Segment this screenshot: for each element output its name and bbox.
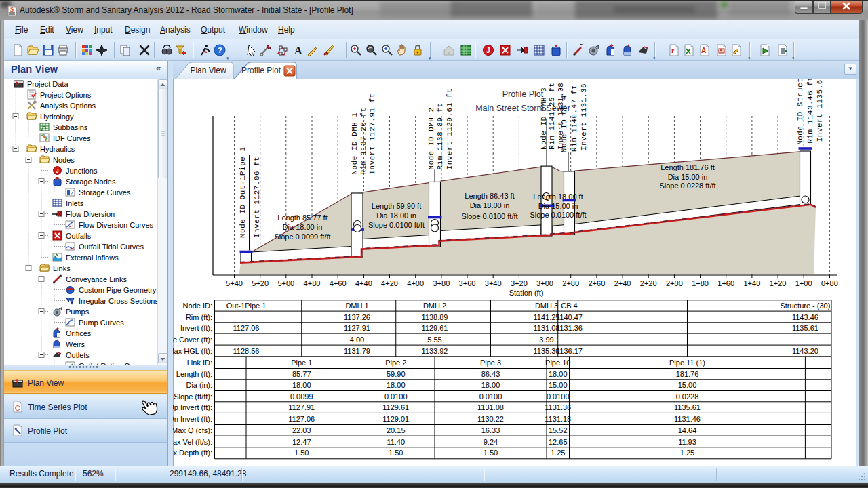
svg-text:CB 4: CB 4 bbox=[561, 302, 577, 310]
svg-text:0.0100: 0.0100 bbox=[479, 392, 502, 401]
svg-text:Structure - (30): Structure - (30) bbox=[780, 302, 830, 310]
svg-text:Rim 1140.47 ft: Rim 1140.47 ft bbox=[570, 85, 578, 152]
svg-text:1129.61: 1129.61 bbox=[382, 403, 409, 411]
svg-text:1135.61: 1135.61 bbox=[674, 403, 701, 411]
svg-text:1127.06: 1127.06 bbox=[288, 415, 315, 423]
svg-text:Weirs: Weirs bbox=[66, 340, 85, 348]
svg-text:1127.06: 1127.06 bbox=[233, 324, 260, 332]
svg-text:Invert (ft):: Invert (ft): bbox=[180, 324, 212, 332]
svg-text:Dia 15.00 in: Dia 15.00 in bbox=[668, 173, 708, 181]
svg-text:External Inflows: External Inflows bbox=[66, 253, 119, 262]
svg-text:Dia 18.00 in: Dia 18.00 in bbox=[376, 211, 416, 220]
svg-text:Invert 1131.36: Invert 1131.36 bbox=[580, 83, 588, 150]
svg-text:Inlets: Inlets bbox=[66, 199, 84, 207]
svg-text:Node ID Out-1Pipe 1: Node ID Out-1Pipe 1 bbox=[239, 146, 247, 238]
svg-text:1131.08: 1131.08 bbox=[477, 403, 504, 411]
svg-text:Ave Cover (ft):: Ave Cover (ft): bbox=[173, 336, 212, 344]
svg-text:4+00: 4+00 bbox=[407, 279, 424, 287]
svg-text:Flow Diversion Curves: Flow Diversion Curves bbox=[79, 221, 154, 229]
svg-text:Storage Curves: Storage Curves bbox=[79, 188, 131, 197]
svg-text:Invert 1129.61 ft: Invert 1129.61 ft bbox=[446, 88, 454, 169]
svg-text:5.55: 5.55 bbox=[427, 336, 441, 344]
svg-text:18.00: 18.00 bbox=[481, 381, 500, 389]
svg-text:Dia (in):: Dia (in): bbox=[186, 381, 212, 389]
svg-text:1131.36: 1131.36 bbox=[545, 403, 571, 411]
svg-text:Outfall Tidal Curves: Outfall Tidal Curves bbox=[79, 243, 144, 251]
svg-text:Pump Curves: Pump Curves bbox=[79, 319, 124, 327]
svg-text:r: r bbox=[671, 47, 675, 54]
svg-text:Hydrology: Hydrology bbox=[40, 113, 74, 121]
svg-text:0.0100: 0.0100 bbox=[384, 392, 408, 401]
svg-text:3.99: 3.99 bbox=[539, 336, 553, 344]
svg-text:1133.92: 1133.92 bbox=[422, 347, 448, 355]
svg-text:1135.61: 1135.61 bbox=[792, 324, 818, 332]
svg-text:Conveyance Links: Conveyance Links bbox=[66, 275, 127, 283]
svg-text:Rim 1143.46 ft: Rim 1143.46 ft bbox=[806, 79, 814, 144]
svg-text:1.50: 1.50 bbox=[484, 449, 498, 457]
svg-text:J: J bbox=[56, 167, 59, 174]
svg-text:5+00: 5+00 bbox=[277, 279, 294, 287]
svg-text:Dia 18.00 in: Dia 18.00 in bbox=[470, 201, 510, 209]
svg-text:3+40: 3+40 bbox=[485, 279, 502, 287]
svg-text:Orifices: Orifices bbox=[66, 329, 92, 338]
svg-text:20.15: 20.15 bbox=[387, 426, 406, 434]
svg-text:Hydraulics: Hydraulics bbox=[40, 145, 75, 153]
svg-text:Node ID:: Node ID: bbox=[183, 302, 212, 310]
svg-text:1127.91: 1127.91 bbox=[344, 324, 370, 332]
svg-text:Station (ft): Station (ft) bbox=[509, 289, 544, 297]
svg-text:Length 18.00 ft: Length 18.00 ft bbox=[533, 192, 583, 201]
svg-text:Dia 18.00 in: Dia 18.00 in bbox=[283, 223, 323, 231]
svg-text:1.25: 1.25 bbox=[680, 449, 694, 457]
svg-text:5+40: 5+40 bbox=[226, 279, 243, 287]
svg-text:Rim (ft):: Rim (ft): bbox=[186, 313, 212, 321]
svg-text:2+80: 2+80 bbox=[562, 279, 579, 287]
svg-text:11.93: 11.93 bbox=[678, 438, 696, 446]
svg-text:Node ID CB 4: Node ID CB 4 bbox=[560, 95, 568, 152]
svg-text:Irregular Cross Sections: Irregular Cross Sections bbox=[79, 297, 159, 305]
svg-text:A: A bbox=[701, 47, 706, 54]
svg-text:2+00: 2+00 bbox=[666, 279, 683, 287]
svg-text:S: S bbox=[15, 378, 18, 384]
svg-text:11.40: 11.40 bbox=[387, 438, 405, 446]
svg-text:Max Vel (ft/s):: Max Vel (ft/s): bbox=[173, 438, 212, 446]
svg-text:5+20: 5+20 bbox=[252, 279, 269, 287]
svg-text:12.65: 12.65 bbox=[549, 438, 568, 446]
svg-text:Subbasins: Subbasins bbox=[53, 123, 88, 131]
svg-text:Slope 0.0100 ft/ft: Slope 0.0100 ft/ft bbox=[368, 221, 425, 229]
svg-text:1140.47: 1140.47 bbox=[556, 313, 583, 321]
svg-text:18.00: 18.00 bbox=[387, 381, 406, 389]
svg-text:15.52: 15.52 bbox=[549, 426, 568, 434]
svg-text:16.33: 16.33 bbox=[481, 426, 500, 434]
svg-text:Max Depth (ft):: Max Depth (ft): bbox=[173, 449, 212, 457]
svg-text:Invert 1135.61: Invert 1135.61 bbox=[816, 79, 824, 142]
svg-text:1136.17: 1136.17 bbox=[556, 347, 583, 355]
svg-text:0.0228: 0.0228 bbox=[676, 392, 699, 401]
svg-text:Invert 1127.06 ft: Invert 1127.06 ft bbox=[253, 157, 261, 238]
svg-text:3+20: 3+20 bbox=[511, 279, 528, 287]
svg-text:Custom Pipe Geometry: Custom Pipe Geometry bbox=[79, 286, 157, 294]
svg-text:1137.26: 1137.26 bbox=[344, 313, 370, 321]
svg-text:0.0099: 0.0099 bbox=[290, 392, 313, 401]
svg-text:1.25: 1.25 bbox=[551, 449, 565, 457]
svg-text:0+80: 0+80 bbox=[821, 279, 838, 287]
svg-text:4.00: 4.00 bbox=[350, 336, 364, 344]
svg-text:Nodes: Nodes bbox=[53, 156, 75, 164]
svg-text:22.03: 22.03 bbox=[292, 426, 311, 434]
svg-text:1128.56: 1128.56 bbox=[233, 347, 260, 355]
svg-text:Rim 1141.25 ft: Rim 1141.25 ft bbox=[548, 83, 556, 150]
svg-text:Profile Plot: Profile Plot bbox=[241, 66, 281, 75]
svg-text:1127.91: 1127.91 bbox=[288, 403, 315, 411]
svg-text:1143.20: 1143.20 bbox=[792, 347, 818, 355]
svg-text:Max Q (cfs):: Max Q (cfs): bbox=[173, 426, 212, 434]
svg-text:Pipe 1: Pipe 1 bbox=[291, 359, 312, 367]
svg-text:1131.79: 1131.79 bbox=[344, 347, 370, 355]
svg-text:Rim 1138.89 ft: Rim 1138.89 ft bbox=[436, 102, 444, 169]
svg-text:Out-1Pipe 1: Out-1Pipe 1 bbox=[226, 302, 267, 310]
svg-text:Slope 0.0100 ft/ft: Slope 0.0100 ft/ft bbox=[461, 212, 517, 220]
svg-text:Length 59.90 ft: Length 59.90 ft bbox=[372, 202, 421, 210]
svg-text:1+80: 1+80 bbox=[692, 279, 709, 287]
svg-text:1129.01: 1129.01 bbox=[382, 415, 409, 423]
svg-text:3+60: 3+60 bbox=[459, 279, 476, 287]
svg-text:1130.22: 1130.22 bbox=[477, 415, 504, 423]
svg-text:4+60: 4+60 bbox=[330, 279, 347, 287]
